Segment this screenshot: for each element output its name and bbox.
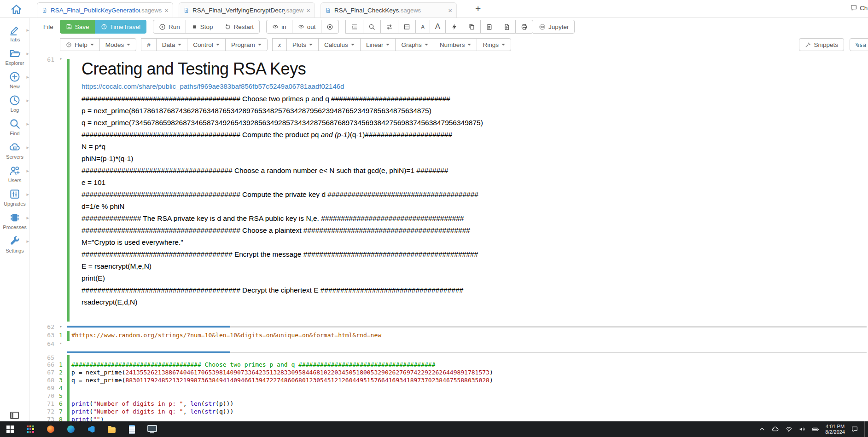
split-cell-button[interactable] — [398, 20, 416, 34]
sidebar-item-log[interactable]: Log ▸ — [0, 92, 29, 115]
taskbar-app-grid[interactable] — [20, 421, 41, 437]
tray-hidden-icons[interactable] — [758, 426, 766, 433]
markdown-line: ########################################… — [82, 93, 854, 105]
sidebar-item-new[interactable]: New ▸ — [0, 68, 29, 92]
menu-plots[interactable]: Plots — [286, 38, 319, 51]
code-line[interactable]: p = next_prime(2413552621388674046170653… — [71, 368, 493, 376]
stop-button[interactable]: Stop — [186, 20, 219, 34]
chevron-right-icon: ▸ — [26, 215, 29, 221]
wrench-icon — [9, 235, 21, 247]
menu-graphs[interactable]: Graphs — [395, 38, 434, 51]
code-line[interactable]: #################################### Cho… — [71, 361, 436, 368]
cell-divider[interactable] — [67, 323, 868, 330]
delete-output-button[interactable] — [321, 20, 339, 34]
restart-button[interactable]: Restart — [219, 20, 260, 34]
taskbar-app-orange[interactable] — [41, 421, 61, 437]
timetravel-button[interactable]: TimeTravel — [95, 20, 147, 34]
chat-button[interactable]: Ch — [850, 4, 868, 12]
tray-network[interactable] — [785, 426, 792, 433]
menu-rings[interactable]: Rings — [477, 38, 511, 51]
close-icon[interactable]: × — [445, 6, 452, 14]
start-button[interactable] — [0, 421, 20, 437]
code-line[interactable]: print("") — [71, 415, 104, 421]
cell-collapse-caret[interactable]: ▾ — [54, 324, 67, 330]
line-number: 68 — [29, 377, 54, 384]
menu-numbers[interactable]: Numbers — [434, 38, 478, 51]
cell-divider-accent — [67, 351, 230, 353]
sidebar-item-users[interactable]: Users ▸ — [0, 162, 29, 185]
show-desktop-button[interactable] — [864, 421, 867, 437]
code-line[interactable]: #https://www.random.org/strings/?num=10&… — [71, 331, 381, 339]
search-button[interactable] — [363, 20, 381, 34]
menu-control[interactable]: Control — [187, 38, 226, 51]
menu-math-var[interactable]: x — [272, 38, 287, 51]
menu-linear[interactable]: Linear — [360, 38, 396, 51]
share-link[interactable]: https://cocalc.com/share/public_paths/f9… — [82, 83, 854, 90]
close-icon[interactable]: × — [162, 6, 169, 14]
toggle-input-button[interactable]: in — [266, 20, 292, 34]
menu-modes[interactable]: Modes — [99, 38, 137, 51]
worksheet-editor[interactable]: 61 ▾ Creating and Testing RSA Keys https… — [29, 53, 868, 421]
jupyter-button[interactable]: Jupyter — [533, 20, 575, 34]
cell-collapse-caret[interactable]: ▾ — [54, 56, 67, 63]
notifications-button[interactable] — [851, 426, 858, 433]
taskbar-app-vscode[interactable] — [81, 421, 101, 437]
editor-toolbar: File Save TimeTravel Run Stop Restart in… — [29, 17, 868, 36]
tab-rsa-final-verifyingencryptdecrypt[interactable]: RSA_Final_VerifyingEncryptDecrypt.sagew … — [179, 2, 315, 17]
increase-font-button[interactable]: A — [430, 20, 446, 34]
sidebar-item-find[interactable]: Find ▸ — [0, 115, 29, 138]
copy-button[interactable] — [463, 20, 481, 34]
insert-menu-bar: HelpModes #DataControlProgram xPlotsCalc… — [29, 36, 868, 53]
file-menu[interactable]: File — [43, 23, 53, 30]
toggle-output-button[interactable]: out — [292, 20, 322, 34]
cell-output-marker[interactable] — [67, 59, 70, 322]
code-line[interactable]: q = next_prime(8830117924852132199873638… — [71, 376, 493, 384]
tray-volume[interactable] — [798, 426, 806, 433]
sidebar-item-settings[interactable]: Settings ▸ — [0, 232, 29, 256]
panel-toggle-icon[interactable] — [10, 412, 19, 419]
line-number: 66 — [29, 361, 54, 368]
sidebar-item-tabs[interactable]: Tabs ▸ — [0, 21, 29, 45]
menu-comment[interactable]: # — [141, 38, 157, 51]
sidebar-item-upgrades[interactable]: Upgrades ▸ — [0, 185, 29, 209]
cell-divider-line — [230, 326, 867, 328]
taskbar-app-edge[interactable] — [61, 421, 81, 437]
menu-data[interactable]: Data — [156, 38, 188, 51]
tab-rsa-final-publickeygeneration[interactable]: RSA_Final_PublicKeyGeneration.sagews × — [37, 2, 173, 17]
code-line[interactable]: print("Number of digits in q: ", len(str… — [71, 408, 233, 415]
flash-execute-button[interactable] — [445, 20, 463, 34]
history-clock-icon — [101, 23, 107, 30]
tray-battery[interactable] — [812, 426, 819, 433]
snippets-button[interactable]: Snippets — [799, 38, 844, 51]
taskbar-app-file-explorer[interactable] — [101, 421, 122, 437]
taskbar-clock[interactable]: 4:01 PM 8/2/2024 — [825, 424, 845, 435]
code-line[interactable]: print("Number of digits in p: ", len(str… — [71, 400, 233, 408]
menu-help[interactable]: Help — [60, 38, 100, 51]
export-file-button[interactable] — [498, 20, 516, 34]
cell-divider[interactable] — [67, 351, 868, 353]
tab-rsa-final-checkkeys[interactable]: RSA_Final_CheckKeys.sagews × — [320, 2, 457, 17]
sidebar-item-processes[interactable]: Processes ▸ — [0, 209, 29, 232]
taskbar-app-display[interactable] — [142, 421, 162, 437]
taskbar-app-notepad[interactable] — [122, 421, 142, 437]
sidebar-item-explorer[interactable]: Explorer ▸ — [0, 45, 29, 68]
home-button[interactable] — [7, 2, 24, 16]
menu-calculus[interactable]: Calculus — [318, 38, 361, 51]
close-icon[interactable]: × — [303, 6, 310, 14]
chevron-right-icon: ▸ — [26, 121, 29, 127]
save-button[interactable]: Save — [60, 20, 95, 34]
paste-button[interactable] — [480, 20, 498, 34]
indent-button[interactable] — [345, 20, 363, 34]
wifi-icon — [785, 426, 792, 433]
cell-collapse-caret[interactable]: ▾ — [54, 340, 67, 346]
new-tab-button[interactable]: + — [472, 3, 484, 15]
mode-indicator-button[interactable]: %sa — [850, 38, 868, 51]
sidebar-item-servers[interactable]: Servers ▸ — [0, 138, 29, 162]
run-button[interactable]: Run — [153, 20, 186, 34]
swap-cells-button[interactable] — [380, 20, 398, 34]
tray-onedrive[interactable] — [772, 426, 779, 433]
print-button[interactable] — [515, 20, 533, 34]
decrease-font-button[interactable]: A — [415, 20, 430, 34]
plus-circle-icon — [9, 71, 21, 83]
menu-program[interactable]: Program — [225, 38, 268, 51]
